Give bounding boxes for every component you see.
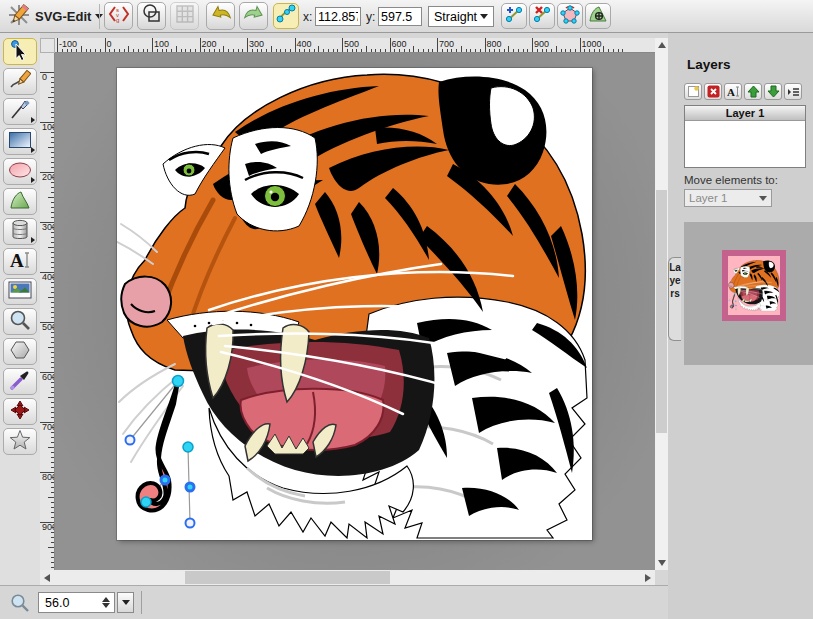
y-input[interactable]: [378, 7, 422, 26]
select-tool-button[interactable]: [3, 38, 37, 65]
grid-button[interactable]: [170, 2, 199, 30]
delete-node-icon: [532, 4, 552, 28]
wireframe-mode-button[interactable]: [137, 2, 166, 30]
rename-layer-button[interactable]: A: [724, 83, 742, 100]
edit-source-icon: s v g: [108, 3, 130, 29]
zoom-level-input[interactable]: [39, 596, 98, 610]
y-label: y:: [366, 10, 375, 24]
eyedropper-icon: [9, 369, 31, 395]
zoom-level-control: [38, 592, 115, 613]
svg-text:g: g: [116, 17, 119, 23]
star-icon: [9, 429, 31, 455]
link-control-points-icon: [276, 4, 296, 28]
left-toolbar: A: [0, 33, 40, 585]
layer-row-selected[interactable]: Layer 1: [685, 106, 805, 121]
line-tool-button[interactable]: [3, 98, 37, 125]
tiger-drawing: [117, 68, 592, 540]
scroll-right-icon[interactable]: [645, 574, 651, 582]
ornament-shape-tool-button[interactable]: [3, 398, 37, 425]
undo-icon: [210, 3, 232, 29]
shape-library-icon: [10, 219, 30, 245]
ornament-icon: [9, 399, 31, 425]
x-label: x:: [303, 10, 312, 24]
segment-type-select[interactable]: Straight: [428, 6, 494, 27]
wireframe-icon: [141, 3, 163, 29]
rectangle-tool-button[interactable]: [3, 128, 37, 155]
flyout-arrow-icon: [31, 117, 35, 123]
delete-node-button[interactable]: [529, 3, 555, 29]
delete-layer-button[interactable]: [704, 83, 722, 100]
move-elements-value: Layer 1: [689, 192, 727, 204]
redo-icon: [243, 3, 265, 29]
pencil-tool-button[interactable]: [3, 68, 37, 95]
polygon-tool-button[interactable]: [3, 338, 37, 365]
flyout-arrow-icon: [31, 177, 35, 183]
zoom-magnifier-icon: [10, 593, 30, 617]
select-caret-icon: [480, 14, 488, 19]
zoom-icon: [9, 309, 31, 335]
undo-button[interactable]: [206, 2, 235, 30]
horizontal-ruler: -10001002003004005006007008009001000: [55, 38, 655, 53]
vertical-scroll-thumb[interactable]: [656, 190, 667, 433]
top-toolbar: SVG-Edit s v g: [0, 0, 813, 33]
svg-text:A: A: [727, 86, 735, 98]
select-icon: [9, 39, 31, 65]
new-layer-button[interactable]: [684, 83, 702, 100]
move-elements-label: Move elements to:: [684, 174, 778, 186]
ruler-corner: [40, 38, 55, 53]
grid-icon: [175, 4, 195, 28]
text-icon: A: [9, 249, 31, 275]
layer-list: Layer 1: [684, 105, 806, 168]
open-close-path-button[interactable]: [557, 3, 583, 29]
bottom-bar: [0, 585, 668, 619]
add-node-button[interactable]: [501, 3, 527, 29]
pencil-icon: [9, 69, 31, 95]
shape-library-tool-button[interactable]: [3, 218, 37, 245]
tiger-thumbnail: [728, 256, 780, 315]
layer-menu-button[interactable]: [784, 83, 802, 100]
svg-edit-logo-icon: [7, 3, 31, 31]
rectangle-icon: [8, 131, 32, 153]
ellipse-icon: [8, 161, 32, 183]
zoom-tool-button[interactable]: [3, 308, 37, 335]
text-tool-button[interactable]: A: [3, 248, 37, 275]
open-close-path-icon: [560, 4, 580, 28]
path-icon: [9, 190, 31, 214]
redo-button[interactable]: [239, 2, 268, 30]
layers-panel-toggle-tab[interactable]: Layers: [668, 257, 681, 341]
canvas-workspace[interactable]: [55, 53, 655, 570]
image-tool-button[interactable]: [3, 278, 37, 305]
zoom-spinner[interactable]: [98, 593, 114, 612]
ellipse-tool-button[interactable]: [3, 158, 37, 185]
horizontal-scroll-thumb[interactable]: [185, 571, 390, 584]
flyout-arrow-icon: [31, 147, 35, 153]
x-input[interactable]: [315, 7, 361, 26]
zoom-dropdown-button[interactable]: [117, 592, 134, 613]
add-subpath-button[interactable]: [585, 3, 611, 29]
star-tool-button[interactable]: [3, 428, 37, 455]
raise-layer-button[interactable]: [744, 83, 762, 100]
link-control-points-button[interactable]: [273, 3, 299, 29]
eyedropper-tool-button[interactable]: [3, 368, 37, 395]
path-tool-button[interactable]: [3, 188, 37, 215]
edit-source-button[interactable]: s v g: [104, 2, 133, 30]
move-select-caret-icon: [759, 196, 767, 201]
add-node-icon: [504, 4, 524, 28]
flyout-arrow-icon: [31, 237, 35, 243]
drawing-thumbnail: [722, 250, 786, 321]
lower-layer-button[interactable]: [764, 83, 782, 100]
image-icon: [8, 281, 32, 303]
toolbar-separator: [99, 4, 100, 29]
move-elements-select[interactable]: Layer 1: [684, 189, 772, 207]
svg-text:A: A: [10, 250, 24, 271]
line-icon: [9, 99, 31, 125]
horizontal-scrollbar[interactable]: [40, 570, 655, 585]
bottom-separator: [141, 591, 142, 614]
scroll-down-icon[interactable]: [658, 560, 666, 566]
scroll-up-icon[interactable]: [658, 42, 666, 48]
vertical-scrollbar[interactable]: [655, 38, 668, 570]
svg-edit-app: SVG-Edit s v g: [0, 0, 813, 619]
main-menu-button[interactable]: SVG-Edit: [3, 2, 111, 31]
svg-canvas[interactable]: [117, 68, 592, 540]
scroll-left-icon[interactable]: [44, 574, 50, 582]
